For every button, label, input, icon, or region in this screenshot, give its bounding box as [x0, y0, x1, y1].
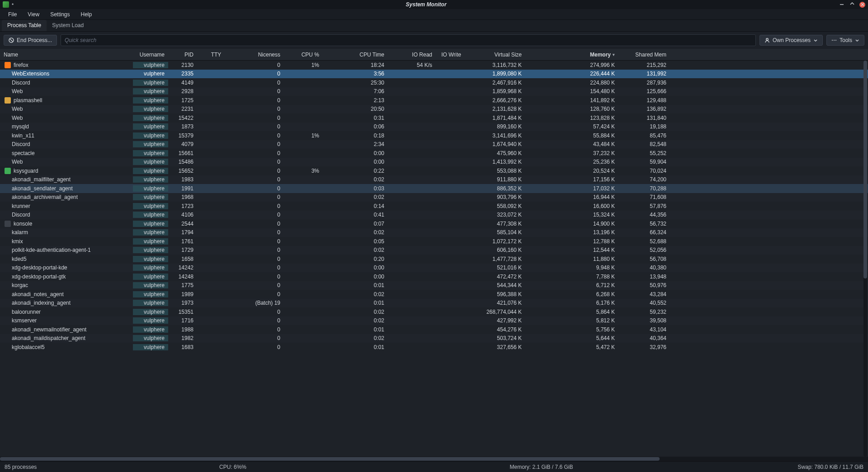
cell-name: korgac	[0, 282, 133, 288]
cell-user: vulphere	[133, 88, 168, 94]
cell-user: vulphere	[133, 176, 168, 183]
table-row[interactable]: plasmashellvulphere172502:132,666,276 K1…	[0, 96, 868, 105]
column-header[interactable]: CPU %	[284, 52, 323, 58]
cell-nice: 0	[235, 221, 284, 227]
cell-cputime: 20:50	[323, 106, 388, 112]
cell-shmem: 131,992	[618, 71, 670, 77]
table-row[interactable]: akonadi_indexing_agentvulphere1973(Batch…	[0, 299, 868, 308]
table-body[interactable]: firefoxvulphere213001%18:2454 K/s3,116,7…	[0, 61, 868, 461]
firefox-icon	[5, 62, 11, 68]
chevron-down-icon	[813, 38, 818, 42]
cell-shmem: 40,552	[618, 300, 670, 306]
cell-nice: 0	[235, 194, 284, 200]
statusbar: 85 processes CPU: 6%% Memory: 2.1 GiB / …	[0, 461, 868, 472]
cell-vsize: 421,076 K	[465, 300, 525, 306]
table-row[interactable]: Discordvulphere410600:41323,072 K15,324 …	[0, 211, 868, 220]
table-row[interactable]: Webvulphere1542200:311,871,484 K123,828 …	[0, 113, 868, 123]
table-row[interactable]: krunnervulphere172300:14558,092 K16,600 …	[0, 202, 868, 211]
tab-system-load[interactable]: System Load	[47, 20, 89, 31]
cell-cputime: 7:06	[323, 88, 388, 94]
cell-mem: 6,712 K	[525, 282, 618, 288]
cell-nice: 0	[235, 344, 284, 350]
process-table: NameUsernamePIDTTYNicenessCPU %CPU TimeI…	[0, 49, 868, 461]
table-row[interactable]: kded5vulphere165800:201,477,728 K11,880 …	[0, 255, 868, 264]
table-row[interactable]: WebExtensionsvulphere233503:561,899,080 …	[0, 70, 868, 79]
table-row[interactable]: ksysguardvulphere1565203%0:22553,088 K20…	[0, 166, 868, 175]
table-row[interactable]: spectaclevulphere1566100:00475,960 K37,2…	[0, 149, 868, 158]
table-row[interactable]: akonadi_maildispatcher_agentvulphere1982…	[0, 334, 868, 343]
column-header[interactable]: IO Read	[388, 52, 436, 58]
menu-settings[interactable]: Settings	[46, 9, 74, 19]
table-row[interactable]: kwin_x11vulphere1537901%0:183,141,696 K5…	[0, 131, 868, 140]
column-header[interactable]: Niceness	[235, 52, 284, 58]
table-row[interactable]: Discordvulphere407902:341,674,940 K43,48…	[0, 140, 868, 149]
table-row[interactable]: Discordvulphere4149025:302,467,916 K224,…	[0, 78, 868, 87]
cell-name: kmix	[0, 238, 133, 245]
cell-shmem: 59,904	[618, 159, 670, 165]
table-row[interactable]: mysqldvulphere187300:06899,160 K57,424 K…	[0, 123, 868, 132]
column-header[interactable]: Name	[0, 52, 133, 58]
cell-mem: 5,472 K	[525, 344, 618, 350]
table-row[interactable]: akonadi_newmailnotifier_agentvulphere198…	[0, 325, 868, 334]
maximize-icon[interactable]	[849, 2, 855, 8]
menu-help[interactable]: Help	[76, 9, 97, 19]
cell-pid: 2335	[168, 71, 197, 77]
column-header[interactable]: IO Write	[436, 52, 465, 58]
cell-user: vulphere	[133, 221, 168, 227]
column-header[interactable]: TTY	[197, 52, 235, 58]
cell-cputime: 0:07	[323, 221, 388, 227]
tab-process-table[interactable]: Process Table	[2, 20, 47, 31]
cell-mem: 226,444 K	[525, 71, 618, 77]
cell-pid: 14248	[168, 274, 197, 280]
cell-user: vulphere	[133, 264, 168, 271]
cell-shmem: 71,608	[618, 194, 670, 200]
column-header[interactable]: PID	[168, 52, 197, 58]
cell-shmem: 39,508	[618, 317, 670, 324]
table-row[interactable]: konsolevulphere254400:07477,308 K14,900 …	[0, 219, 868, 228]
cell-vsize: 585,104 K	[465, 229, 525, 236]
table-row[interactable]: xdg-desktop-portal-gtkvulphere1424800:00…	[0, 272, 868, 281]
vertical-scrollbar[interactable]	[863, 61, 867, 457]
table-row[interactable]: kalarmvulphere179400:02585,104 K13,196 K…	[0, 228, 868, 237]
column-header[interactable]: Shared Mem	[618, 52, 670, 58]
minimize-icon[interactable]	[839, 2, 844, 8]
table-row[interactable]: akonadi_mailfilter_agentvulphere198300:0…	[0, 175, 868, 184]
end-process-button[interactable]: End Process...	[4, 35, 57, 46]
cell-user: vulphere	[133, 141, 168, 147]
table-row[interactable]: kglobalaccel5vulphere168300:01327,656 K5…	[0, 343, 868, 352]
column-header[interactable]: Username	[133, 52, 168, 58]
table-row[interactable]: Webvulphere1548600:001,413,992 K25,236 K…	[0, 158, 868, 167]
cell-shmem: 40,364	[618, 335, 670, 341]
cell-pid: 1968	[168, 194, 197, 200]
menu-file[interactable]: File	[4, 9, 21, 19]
cell-shmem: 52,056	[618, 247, 670, 253]
table-row[interactable]: akonadi_sendlater_agentvulphere199100:03…	[0, 184, 868, 193]
table-row[interactable]: xdg-desktop-portal-kdevulphere1424200:00…	[0, 264, 868, 273]
search-input[interactable]	[61, 34, 756, 46]
tools-button[interactable]: Tools	[826, 35, 864, 46]
filter-own-processes[interactable]: Own Processes	[760, 35, 823, 46]
cell-cputime: 25:30	[323, 80, 388, 86]
table-row[interactable]: kmixvulphere176100:051,072,172 K12,788 K…	[0, 237, 868, 246]
table-row[interactable]: ksmservervulphere171600:02427,992 K5,812…	[0, 316, 868, 326]
cell-vsize: 1,674,940 K	[465, 141, 525, 147]
cell-mem: 55,884 K	[525, 132, 618, 139]
table-row[interactable]: Webvulphere2231020:502,131,628 K128,760 …	[0, 105, 868, 114]
menu-view[interactable]: View	[23, 9, 44, 19]
column-header[interactable]: Memory	[525, 52, 618, 58]
horizontal-scrollbar[interactable]	[0, 457, 868, 461]
table-row[interactable]: baloorunnervulphere1535100:02268,774,044…	[0, 307, 868, 316]
table-row[interactable]: polkit-kde-authentication-agent-1vulpher…	[0, 246, 868, 255]
table-row[interactable]: firefoxvulphere213001%18:2454 K/s3,116,7…	[0, 61, 868, 70]
column-header[interactable]: CPU Time	[323, 52, 388, 58]
table-row[interactable]: Webvulphere292807:061,859,968 K154,480 K…	[0, 87, 868, 96]
cell-pid: 1794	[168, 229, 197, 236]
cell-shmem: 57,876	[618, 203, 670, 209]
column-header[interactable]: Virtual Size	[465, 52, 525, 58]
cell-pid: 4106	[168, 212, 197, 218]
table-row[interactable]: korgacvulphere177500:01544,344 K6,712 K5…	[0, 281, 868, 290]
table-row[interactable]: akonadi_notes_agentvulphere198900:02596,…	[0, 290, 868, 299]
table-row[interactable]: akonadi_archivemail_agentvulphere196800:…	[0, 193, 868, 202]
close-icon[interactable]	[859, 2, 865, 8]
cell-vsize: 268,774,044 K	[465, 309, 525, 315]
